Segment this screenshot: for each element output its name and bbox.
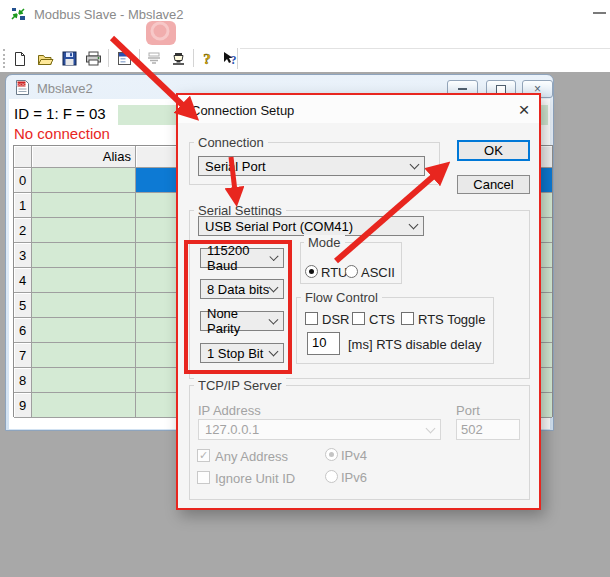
chevron-down-icon (410, 160, 420, 170)
flow-control-group-label: Flow Control (301, 290, 382, 305)
ipv4-radio-label: IPv4 (341, 448, 367, 463)
row-header[interactable]: 2 (14, 218, 32, 243)
ip-address-dropdown: 127.0.0.1 (198, 419, 441, 440)
any-address-label: Any Address (215, 449, 288, 464)
alias-cell[interactable] (32, 168, 136, 193)
port-label: Port (456, 403, 480, 418)
rts-delay-label: [ms] RTS disable delay (348, 337, 481, 352)
stop-bits-dropdown[interactable]: 1 Stop Bit (200, 343, 284, 363)
alias-cell[interactable] (32, 393, 136, 418)
alias-cell[interactable] (32, 268, 136, 293)
row-header[interactable]: 5 (14, 293, 32, 318)
row-header[interactable]: 9 (14, 393, 32, 418)
corner-header-cell[interactable] (14, 146, 32, 168)
toolbar-gripper (3, 49, 5, 68)
serial-port-dropdown[interactable]: USB Serial Port (COM41) (198, 216, 424, 236)
toolbar-separator (108, 49, 109, 67)
dsr-checkbox-label: DSR (322, 312, 349, 327)
cancel-button[interactable]: Cancel (457, 175, 530, 194)
alias-cell[interactable] (32, 293, 136, 318)
data-bits-dropdown[interactable]: 8 Data bits (200, 279, 284, 299)
row-header[interactable]: 1 (14, 193, 32, 218)
dialog-titlebar: Connection Setup × (178, 95, 539, 123)
ok-button[interactable]: OK (457, 140, 530, 161)
row-header[interactable]: 4 (14, 268, 32, 293)
any-address-checkbox: ✓ (197, 449, 210, 462)
new-document-icon[interactable] (9, 48, 31, 69)
app-icon (10, 6, 27, 23)
chevron-down-icon (409, 220, 419, 230)
close-icon[interactable]: × (514, 99, 534, 119)
rts-delay-input[interactable]: 10 (307, 332, 340, 355)
port-input: 502 (456, 419, 520, 440)
row-header[interactable]: 0 (14, 168, 32, 193)
alias-cell[interactable] (32, 368, 136, 393)
alias-column-header[interactable]: Alias (32, 146, 136, 168)
ignore-unit-id-checkbox (197, 471, 210, 484)
connection-type-dropdown[interactable]: Serial Port (198, 156, 425, 176)
print-icon[interactable] (82, 48, 104, 69)
toolbar-separator (193, 49, 194, 67)
dialog-title: Connection Setup (191, 103, 294, 118)
connection-group-label: Connection (194, 135, 268, 150)
svg-text:DOC: DOC (17, 82, 27, 87)
row-header[interactable]: 3 (14, 243, 32, 268)
rts-toggle-checkbox[interactable] (401, 312, 414, 325)
alias-cell[interactable] (32, 318, 136, 343)
chevron-down-icon (426, 423, 436, 433)
ip-address-label: IP Address (198, 403, 261, 418)
toolbar-edge (240, 48, 610, 49)
cts-checkbox-label: CTS (369, 312, 395, 327)
connection-status-label: No connection (14, 125, 110, 142)
row-header[interactable]: 8 (14, 368, 32, 393)
svg-text:?: ? (230, 53, 236, 67)
rts-toggle-checkbox-label: RTS Toggle (418, 312, 485, 327)
alias-cell[interactable] (32, 343, 136, 368)
ascii-radio[interactable] (345, 265, 358, 278)
ascii-radio-label: ASCII (361, 265, 395, 280)
ipv6-radio (325, 470, 338, 483)
minimize-button[interactable] (593, 12, 606, 14)
tcpip-server-group-label: TCP/IP Server (194, 378, 286, 393)
toolbar-separator (139, 49, 140, 67)
connection-setup-dialog: Connection Setup × Connection Serial Por… (176, 93, 541, 510)
chevron-down-icon (269, 347, 279, 357)
dsr-checkbox[interactable] (305, 312, 318, 325)
svg-text:?: ? (203, 51, 211, 67)
toolbar: ? ? (0, 46, 610, 73)
communication-traffic-icon[interactable] (143, 48, 165, 69)
toolbar-separator (237, 48, 238, 69)
mode-group-label: Mode (304, 235, 345, 250)
chevron-down-icon (269, 283, 279, 293)
baud-rate-dropdown[interactable]: 115200 Baud (200, 248, 284, 268)
rtu-radio[interactable] (305, 265, 318, 278)
child-window-title: Mbslave2 (37, 81, 93, 96)
connect-icon[interactable] (167, 48, 189, 69)
slave-id-function-label: ID = 1: F = 03 (14, 105, 106, 122)
alias-cell[interactable] (32, 218, 136, 243)
display-setup-icon[interactable] (113, 48, 135, 69)
ipv4-radio (325, 448, 338, 461)
alias-cell[interactable] (32, 243, 136, 268)
ignore-unit-id-label: Ignore Unit ID (215, 471, 295, 486)
alias-cell[interactable] (32, 193, 136, 218)
row-header[interactable]: 6 (14, 318, 32, 343)
ipv6-radio-label: IPv6 (341, 470, 367, 485)
window-title: Modbus Slave - Mbslave2 (34, 7, 184, 22)
open-file-icon[interactable] (34, 48, 56, 69)
cts-checkbox[interactable] (352, 312, 365, 325)
row-header[interactable]: 7 (14, 343, 32, 368)
help-icon[interactable]: ? (196, 48, 218, 69)
document-icon: DOC (15, 79, 30, 96)
parity-dropdown[interactable]: None Parity (200, 311, 284, 331)
save-icon[interactable] (58, 48, 80, 69)
rtu-radio-label: RTU (321, 265, 347, 280)
main-titlebar: Modbus Slave - Mbslave2 (0, 0, 610, 28)
